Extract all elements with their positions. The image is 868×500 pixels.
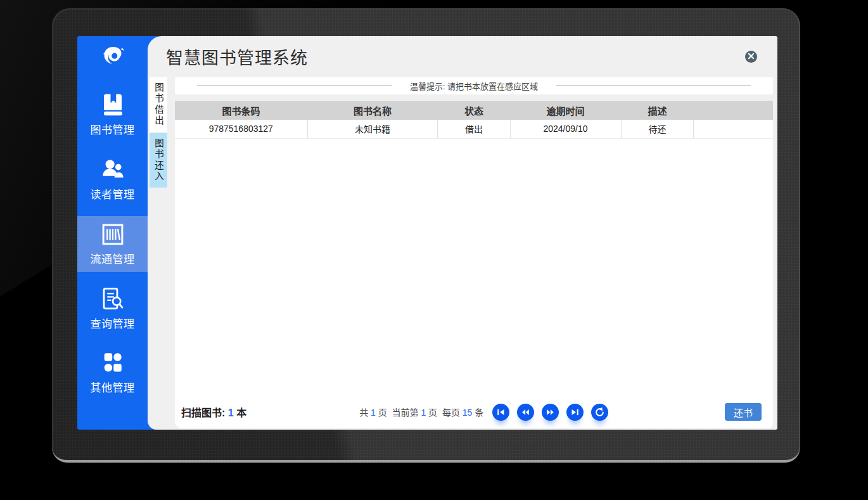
sidebar-item-books[interactable]: 图书管理 [77, 87, 148, 143]
notice-line-left [197, 86, 392, 86]
pagination-controls [492, 404, 608, 421]
divider-band [175, 94, 773, 101]
content: 图书借出 图书还入 温馨提示: 请把书本放置在感应区域 图 [148, 77, 777, 430]
sidebar-item-label: 图书管理 [91, 121, 135, 137]
tab-column: 图书借出 图书还入 [148, 77, 167, 428]
sidebar-item-label: 查询管理 [91, 315, 135, 331]
next-page-icon [545, 407, 556, 418]
total-pages: 1 [371, 407, 376, 418]
table-empty-area [175, 139, 773, 399]
return-book-button[interactable]: 还书 [725, 403, 762, 421]
col-desc: 描述 [621, 101, 694, 120]
col-status: 状态 [438, 101, 510, 120]
table-header-row: 图书条码 图书名称 状态 逾期时间 描述 [175, 101, 773, 120]
book-icon [99, 93, 126, 118]
notice-text: 温馨提示: 请把书本放置在感应区域 [410, 80, 538, 92]
sidebar: 图书管理 读者管理 [77, 36, 148, 430]
readers-icon [99, 157, 126, 183]
refresh-button[interactable] [591, 404, 608, 421]
prev-page-button[interactable] [517, 404, 534, 421]
col-title: 图书名称 [307, 101, 438, 120]
cell-status: 借出 [438, 120, 510, 138]
main-area: 智慧图书管理系统 图书借出 图书还入 [148, 36, 777, 430]
current-page: 1 [421, 407, 426, 418]
pagination-summary: 共 1 页 当前第 1 页 每页 15 条 [359, 406, 483, 418]
sidebar-item-label: 读者管理 [91, 186, 135, 202]
sidebar-item-circulation[interactable]: 流通管理 [77, 216, 148, 272]
sidebar-item-readers[interactable]: 读者管理 [77, 151, 148, 207]
bottom-bar: 扫描图书: 1 本 共 1 页 当前第 1 页 每页 15 条 [175, 398, 773, 428]
other-grid-icon [100, 352, 125, 376]
swirl-logo-icon [98, 43, 127, 71]
book-return-panel: 温馨提示: 请把书本放置在感应区域 图书条码 图书名称 状态 逾期时间 [175, 77, 773, 428]
next-page-button[interactable] [542, 404, 559, 421]
circulation-icon [99, 222, 126, 247]
tablet-frame: 图书管理 读者管理 [52, 8, 800, 463]
titlebar: 智慧图书管理系统 [148, 36, 777, 77]
cell-barcode: 9787516803127 [175, 120, 307, 138]
cell-desc: 待还 [621, 120, 694, 138]
scan-count-value: 1 [228, 407, 234, 418]
col-overdue: 逾期时间 [510, 101, 621, 120]
first-page-button[interactable] [492, 404, 509, 421]
page-size: 15 [463, 407, 473, 418]
query-icon [99, 286, 126, 312]
cell-extra [694, 120, 773, 138]
cell-overdue: 2024/09/10 [510, 120, 621, 138]
last-page-button[interactable] [566, 404, 584, 421]
close-icon [748, 52, 755, 61]
cell-title: 未知书籍 [307, 120, 438, 138]
notice-bar: 温馨提示: 请把书本放置在感应区域 [175, 77, 773, 94]
notice-line-right [556, 86, 751, 86]
app-logo [77, 36, 148, 78]
first-page-icon [495, 407, 506, 418]
tab-book-return[interactable]: 图书还入 [150, 133, 167, 188]
last-page-icon [570, 407, 580, 418]
page-title: 智慧图书管理系统 [166, 44, 308, 69]
books-table: 图书条码 图书名称 状态 逾期时间 描述 9787516803127 [175, 101, 773, 139]
sidebar-item-label: 其他管理 [91, 379, 135, 395]
sidebar-item-label: 流通管理 [91, 250, 135, 266]
table-row[interactable]: 9787516803127 未知书籍 借出 2024/09/10 待还 [175, 120, 773, 138]
close-button[interactable] [745, 51, 757, 63]
scan-count-label: 扫描图书: 1 本 [181, 404, 246, 420]
sidebar-item-query[interactable]: 查询管理 [77, 281, 148, 337]
refresh-icon [594, 407, 605, 418]
col-extra [694, 101, 773, 120]
tab-book-lend[interactable]: 图书借出 [150, 77, 167, 132]
col-barcode: 图书条码 [175, 101, 307, 120]
prev-page-icon [520, 407, 531, 418]
sidebar-item-other[interactable]: 其他管理 [77, 345, 148, 401]
screen: 图书管理 读者管理 [77, 36, 777, 430]
